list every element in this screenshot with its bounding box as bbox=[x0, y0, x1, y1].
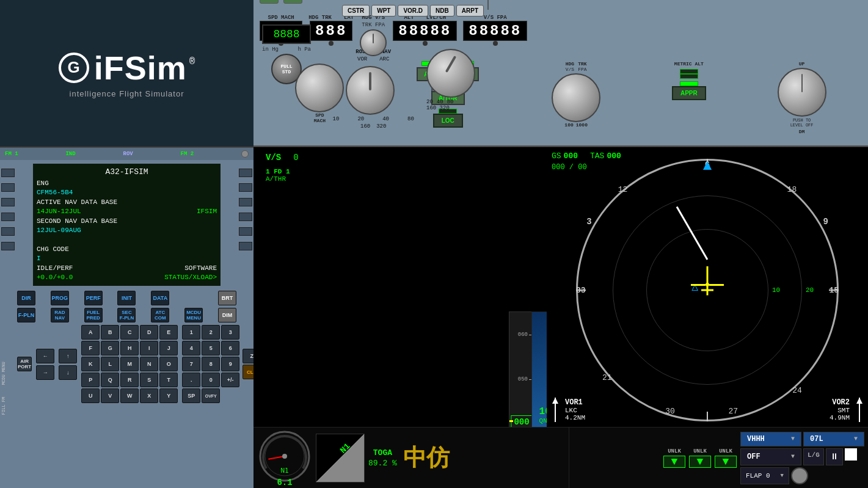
key-g[interactable]: G bbox=[101, 341, 119, 355]
pause-button[interactable]: ⏸ bbox=[826, 448, 843, 465]
key-y[interactable]: Y bbox=[159, 388, 178, 403]
key-w[interactable]: W bbox=[120, 388, 139, 403]
lsk4r[interactable] bbox=[239, 213, 252, 221]
key-sp[interactable]: SP bbox=[182, 388, 200, 403]
key-dot[interactable]: . bbox=[182, 373, 200, 387]
lsk6l[interactable] bbox=[1, 242, 15, 250]
key-u[interactable]: U bbox=[81, 388, 100, 403]
key-1[interactable]: 1 bbox=[182, 325, 200, 340]
mcdumenu-key[interactable]: MCDUMENU bbox=[184, 308, 203, 322]
off-button[interactable]: OFF ▼ bbox=[740, 448, 801, 465]
left-arrow-key[interactable]: ← bbox=[36, 349, 54, 363]
key-f[interactable]: F bbox=[81, 341, 100, 355]
key-r[interactable]: R bbox=[120, 373, 139, 387]
dim-key[interactable]: DIM bbox=[218, 308, 236, 322]
ls-button[interactable]: LS bbox=[283, 0, 302, 4]
key-v[interactable]: V bbox=[101, 388, 119, 403]
key-t[interactable]: T bbox=[159, 373, 178, 387]
key-k[interactable]: K bbox=[81, 357, 100, 371]
appr-button[interactable]: APPR bbox=[672, 86, 706, 100]
fuelpred-key[interactable]: FUELPRED bbox=[84, 308, 103, 322]
airport-row2: OFF ▼ L/G ⏸ bbox=[740, 448, 864, 465]
cstr-button[interactable]: CSTR bbox=[342, 5, 370, 16]
down-arrow-key[interactable]: ↓ bbox=[59, 365, 77, 380]
gear-knob[interactable] bbox=[791, 467, 808, 484]
key-m[interactable]: M bbox=[120, 357, 139, 371]
key-l[interactable]: L bbox=[101, 357, 119, 371]
mcdu-line-6: 12JUL-09AUG bbox=[37, 226, 217, 235]
vord-button[interactable]: VOR.D bbox=[398, 5, 428, 16]
key-e[interactable]: E bbox=[159, 325, 178, 340]
secfpln-key[interactable]: SECF-PLN bbox=[117, 308, 136, 322]
key-h[interactable]: H bbox=[120, 341, 139, 355]
spd-mach-knob[interactable] bbox=[295, 64, 344, 112]
lsk2r[interactable] bbox=[239, 183, 252, 192]
up-arrow-key[interactable]: ↑ bbox=[59, 349, 77, 363]
fd-button[interactable]: FD bbox=[260, 0, 279, 4]
key-3[interactable]: 3 bbox=[221, 325, 239, 340]
unlk1-arrow: ▼ bbox=[671, 456, 678, 468]
radnav-key[interactable]: RADNAV bbox=[51, 308, 69, 322]
key-p[interactable]: P bbox=[81, 373, 100, 387]
lsk3r[interactable] bbox=[239, 198, 252, 206]
dir-key[interactable]: DIR bbox=[17, 291, 35, 305]
key-i[interactable]: I bbox=[140, 341, 158, 355]
lsk1r[interactable] bbox=[239, 169, 252, 177]
airport-key[interactable]: AIRPORT bbox=[17, 357, 32, 371]
lsk4l[interactable] bbox=[1, 213, 15, 221]
key-o[interactable]: O bbox=[159, 357, 178, 371]
key-j[interactable]: J bbox=[159, 341, 178, 355]
lsk2l[interactable] bbox=[1, 183, 15, 192]
fpln-key[interactable]: F-PLN bbox=[17, 308, 35, 322]
key-b[interactable]: B bbox=[101, 325, 119, 340]
lsk3l[interactable] bbox=[1, 198, 15, 206]
vs-fpa-section: V/S FPA 88888 bbox=[463, 15, 527, 46]
key-6[interactable]: 6 bbox=[221, 341, 239, 355]
key-0[interactable]: 0 bbox=[202, 373, 220, 387]
range-knob[interactable] bbox=[346, 66, 395, 115]
prog-key[interactable]: PROG bbox=[51, 291, 69, 305]
init-key[interactable]: INIT bbox=[117, 291, 136, 305]
knob-indicator bbox=[369, 72, 371, 90]
hdg-trk-knob[interactable] bbox=[552, 73, 600, 122]
key-s[interactable]: S bbox=[140, 373, 158, 387]
lsk5r[interactable] bbox=[239, 227, 252, 236]
atccom-key[interactable]: ATCCOM bbox=[151, 308, 169, 322]
key-c[interactable]: C bbox=[120, 325, 139, 340]
lsk1l[interactable] bbox=[1, 169, 15, 177]
lsk5l[interactable] bbox=[1, 227, 15, 236]
lg-label[interactable]: L/G bbox=[803, 448, 824, 465]
hdg-vs-knob[interactable] bbox=[360, 29, 387, 56]
lsk6r[interactable] bbox=[239, 242, 252, 250]
ndb-button[interactable]: NDB bbox=[430, 5, 454, 16]
key-2[interactable]: 2 bbox=[202, 325, 220, 340]
mcdu-line-3: ACTIVE NAV DATA BASE bbox=[37, 198, 217, 207]
key-d[interactable]: D bbox=[140, 325, 158, 340]
key-5[interactable]: 5 bbox=[202, 341, 220, 355]
right-arrow-key[interactable]: → bbox=[36, 365, 54, 380]
flap-dropdown[interactable]: FLAP 0 ▼ bbox=[740, 467, 789, 484]
data-key[interactable]: DATA bbox=[151, 291, 169, 305]
key-a[interactable]: A bbox=[81, 325, 100, 340]
vs-fpa-knob[interactable] bbox=[778, 68, 826, 117]
key-9[interactable]: 9 bbox=[221, 357, 239, 371]
wpt-button[interactable]: WPT bbox=[371, 5, 396, 16]
white-square-button[interactable] bbox=[845, 448, 857, 461]
off-label: OFF bbox=[747, 453, 760, 461]
perf-key[interactable]: PERF bbox=[84, 291, 103, 305]
key-ovfy[interactable]: OVFY bbox=[202, 388, 220, 403]
key-plusminus[interactable]: +/- bbox=[221, 373, 239, 387]
brt-key[interactable]: BRT bbox=[218, 291, 236, 305]
speed-range-knob[interactable] bbox=[426, 49, 475, 98]
key-8[interactable]: 8 bbox=[202, 357, 220, 371]
arpt-button[interactable]: ARPT bbox=[456, 5, 484, 16]
pull-std-label: PULL bbox=[280, 64, 292, 69]
vhhh-button[interactable]: VHHH ▼ bbox=[740, 432, 801, 446]
key-x[interactable]: X bbox=[140, 388, 158, 403]
runway-button[interactable]: 07L ▼ bbox=[803, 432, 864, 446]
key-7[interactable]: 7 bbox=[182, 357, 200, 371]
baro-inhg: in Hg bbox=[262, 46, 279, 53]
key-4[interactable]: 4 bbox=[182, 341, 200, 355]
key-q[interactable]: Q bbox=[101, 373, 119, 387]
key-n[interactable]: N bbox=[140, 357, 158, 371]
